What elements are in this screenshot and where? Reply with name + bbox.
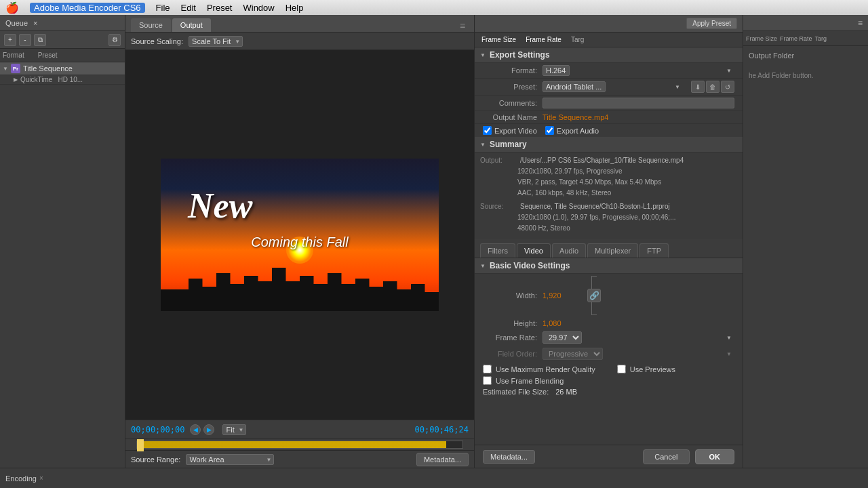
queue-panel: Queue × + - ⧉ ⚙ Format Preset ▼ Pr Title…: [0, 15, 125, 468]
frame-blending-checkbox[interactable]: [483, 376, 492, 385]
frame-rate-dropdown-wrapper[interactable]: 29.97: [542, 331, 734, 344]
tab-output[interactable]: Output: [172, 18, 211, 32]
play-back-btn[interactable]: ◀: [190, 424, 201, 435]
export-video-checkbox[interactable]: [483, 126, 492, 135]
format-label: Format:: [483, 66, 537, 75]
export-audio-group: Export Audio: [545, 126, 599, 135]
tab-multiplexer[interactable]: Multiplexer: [587, 243, 638, 258]
preset-dropdown[interactable]: Android Tablet ...: [542, 81, 606, 92]
output-name-link[interactable]: Title Sequence.mp4: [542, 113, 608, 121]
ok-btn[interactable]: OK: [695, 449, 735, 464]
format-dropdown-wrapper[interactable]: H.264: [542, 65, 734, 76]
play-forward-btn[interactable]: ▶: [203, 424, 214, 435]
bottom-checkboxes: Use Maximum Render Quality Use Previews …: [475, 362, 743, 399]
fit-dropdown-wrapper[interactable]: Fit: [222, 424, 246, 435]
encoding-close-btn[interactable]: ×: [39, 474, 43, 482]
far-right-header: ≡: [743, 15, 868, 31]
menubar-app-name[interactable]: Adobe Media Encoder CS6: [30, 3, 145, 13]
menubar: 🍎 Adobe Media Encoder CS6 File Edit Pres…: [0, 0, 868, 15]
menubar-file[interactable]: File: [156, 3, 170, 13]
field-order-label: Field Order:: [483, 350, 537, 358]
export-audio-label: Export Audio: [557, 127, 599, 135]
queue-item-title-sequence[interactable]: ▼ Pr Title Sequence: [0, 62, 125, 75]
metadata-btn-bottom-preview[interactable]: Metadata...: [416, 453, 469, 466]
tab-filters[interactable]: Filters: [480, 243, 515, 258]
expand-arrow: ▼: [3, 66, 8, 72]
tab-source[interactable]: Source: [131, 18, 171, 32]
far-right-options[interactable]: ≡: [858, 18, 863, 28]
summary-output-detail2: VBR, 2 pass, Target 4.50 Mbps, Max 5.40 …: [517, 177, 737, 188]
width-value[interactable]: 1,920: [542, 291, 576, 300]
preset-reset-btn[interactable]: ↺: [721, 81, 734, 93]
queue-item-name: Title Sequence: [23, 64, 73, 73]
source-range-dropdown[interactable]: Work Area: [186, 454, 274, 465]
source-scaling-dropdown[interactable]: Scale To Fit: [189, 36, 243, 47]
frame-rate-dropdown[interactable]: 29.97: [542, 331, 582, 344]
timeline-bar[interactable]: [136, 441, 463, 449]
preset-icons: ⬇ 🗑 ↺: [691, 81, 734, 93]
max-render-quality-label: Use Maximum Render Quality: [496, 365, 595, 373]
queue-duplicate-btn[interactable]: ⧉: [34, 34, 46, 46]
estimated-file-size-value: 26 MB: [555, 388, 577, 396]
export-video-label: Export Video: [494, 127, 537, 135]
export-settings-header: ▼ Export Settings: [475, 47, 743, 63]
source-scaling-dropdown-wrapper[interactable]: Scale To Fit: [189, 36, 243, 47]
tab-ftp[interactable]: FTP: [639, 243, 669, 258]
field-order-dropdown[interactable]: Progressive: [542, 348, 603, 360]
preset-dropdown-wrapper[interactable]: Android Tablet ...: [542, 81, 683, 92]
panel-options-btn[interactable]: ≡: [456, 20, 469, 32]
tab-video[interactable]: Video: [517, 243, 551, 258]
preset-delete-btn[interactable]: 🗑: [706, 81, 719, 93]
fr-col-frame-size[interactable]: Frame Size: [746, 35, 777, 42]
comments-input[interactable]: [542, 98, 734, 108]
sub-arrow: ▶: [14, 77, 18, 83]
export-audio-checkbox[interactable]: [545, 126, 554, 135]
source-output-tabs: Source Output ≡: [125, 15, 474, 33]
bottom-bar: Metadata... Cancel OK: [475, 445, 743, 468]
summary-source-detail2: 48000 Hz, Stereo: [517, 223, 737, 234]
far-right-col-tabs: Frame Size Frame Rate Targ: [743, 31, 868, 46]
cancel-btn[interactable]: Cancel: [643, 449, 689, 464]
panels-row: Queue × + - ⧉ ⚙ Format Preset ▼ Pr Title…: [0, 15, 868, 468]
queue-remove-btn[interactable]: -: [19, 34, 31, 46]
source-range-dropdown-wrapper[interactable]: Work Area: [186, 454, 274, 465]
format-dropdown[interactable]: H.264: [542, 65, 570, 76]
tab-audio[interactable]: Audio: [552, 243, 586, 258]
queue-title: Queue: [5, 19, 28, 27]
fit-dropdown[interactable]: Fit: [222, 424, 246, 435]
fr-col-frame-rate[interactable]: Frame Rate: [780, 35, 812, 42]
metadata-btn[interactable]: Metadata...: [483, 450, 535, 464]
output-folder-label[interactable]: Output Folder: [743, 46, 868, 65]
col-tab-frame-rate[interactable]: Frame Rate: [521, 35, 566, 45]
summary-output-value: /Users/...PP CS6 Ess/Chapter_10/Title Se…: [520, 155, 737, 166]
link-dimensions-btn[interactable]: 🔗: [587, 289, 601, 302]
queue-sub-item[interactable]: ▶ QuickTime HD 10...: [0, 75, 125, 85]
fr-col-target[interactable]: Targ: [815, 35, 827, 42]
timecode-end: 00;00;46;24: [415, 425, 469, 434]
summary-output-detail1: 1920x1080, 29.97 fps, Progressive: [517, 166, 737, 177]
menubar-preset[interactable]: Preset: [207, 3, 233, 13]
max-render-quality-checkbox[interactable]: [483, 365, 492, 373]
comments-label: Comments:: [483, 99, 537, 107]
queue-settings-btn[interactable]: ⚙: [108, 34, 121, 46]
col-tab-frame-size[interactable]: Frame Size: [477, 35, 520, 45]
use-previews-checkbox[interactable]: [617, 365, 626, 373]
queue-close-btn[interactable]: ×: [33, 19, 37, 27]
col-tab-target[interactable]: Targ: [567, 35, 588, 45]
max-render-quality-row: Use Maximum Render Quality Use Previews: [483, 365, 734, 373]
timeline-thumb[interactable]: [137, 439, 144, 451]
apple-menu[interactable]: 🍎: [5, 1, 19, 14]
frame-blending-label: Use Frame Blending: [496, 377, 564, 385]
queue-add-btn[interactable]: +: [4, 34, 16, 46]
frame-blending-row: Use Frame Blending: [483, 376, 734, 385]
menubar-help[interactable]: Help: [285, 3, 304, 13]
basic-video-settings-header: ▼ Basic Video Settings: [475, 258, 743, 274]
menubar-window[interactable]: Window: [243, 3, 274, 13]
preset-save-btn[interactable]: ⬇: [691, 81, 705, 93]
frame-rate-label: Frame Rate:: [483, 333, 537, 342]
field-order-dropdown-wrapper[interactable]: Progressive: [542, 348, 734, 360]
height-value[interactable]: 1,080: [542, 319, 576, 327]
menubar-edit[interactable]: Edit: [181, 3, 196, 13]
bvs-expand-arrow: ▼: [480, 263, 486, 269]
apply-preset-btn[interactable]: Apply Preset: [686, 18, 737, 29]
